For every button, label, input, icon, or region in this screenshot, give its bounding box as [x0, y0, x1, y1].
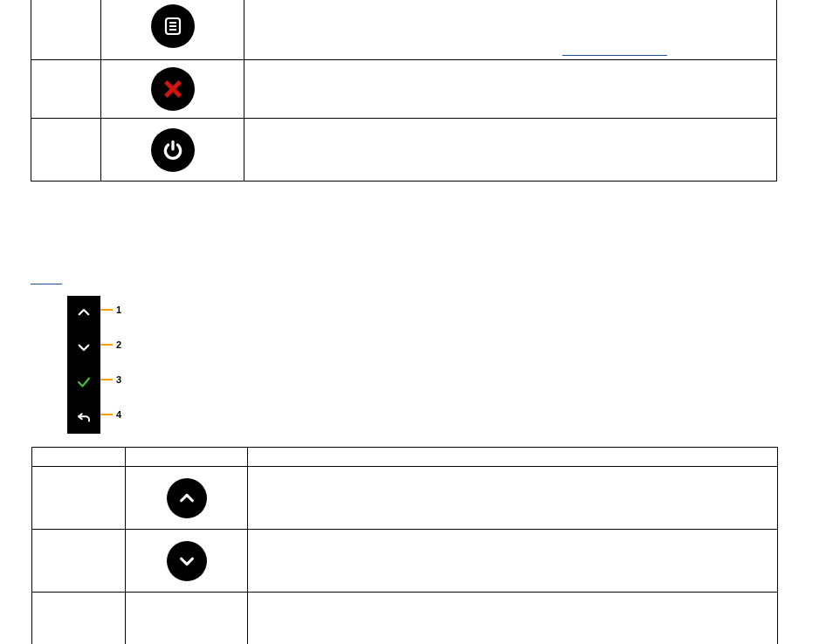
row-desc	[244, 119, 777, 182]
menu-icon	[151, 4, 195, 48]
remote-down-button[interactable]	[74, 338, 93, 357]
up-icon	[167, 478, 207, 518]
table-row	[31, 60, 777, 119]
row-label	[32, 530, 126, 593]
row-desc	[244, 0, 777, 60]
table-row	[32, 593, 778, 645]
col-header-1	[32, 448, 126, 467]
table-row	[31, 119, 777, 182]
remote-ok-button[interactable]	[74, 373, 93, 392]
table-row	[32, 530, 778, 593]
table-row	[31, 0, 777, 60]
row-label	[31, 60, 101, 119]
row-desc	[248, 530, 778, 593]
remote-up-button[interactable]	[74, 303, 93, 322]
icon-cell	[126, 530, 248, 593]
icon-cell	[101, 119, 244, 182]
callout-2: 2	[100, 339, 121, 350]
inline-link[interactable]	[562, 55, 667, 56]
callout-3: 3	[100, 374, 121, 385]
callout-1: 1	[100, 305, 121, 315]
down-icon	[167, 541, 207, 581]
buttons-table-1	[31, 0, 777, 182]
row-label	[31, 119, 101, 182]
col-header-3	[248, 448, 778, 467]
row-desc	[248, 467, 778, 530]
icon-cell	[126, 467, 248, 530]
col-header-2	[126, 448, 248, 467]
table-row	[32, 467, 778, 530]
section-heading-link[interactable]	[31, 284, 62, 284]
table-header-row	[32, 448, 778, 467]
remote-strip	[67, 296, 100, 434]
remote-back-button[interactable]	[74, 408, 93, 427]
icon-cell	[101, 60, 244, 119]
exit-icon	[151, 67, 195, 111]
row-label	[32, 467, 126, 530]
callout-4: 4	[100, 409, 121, 420]
buttons-table-2	[31, 447, 778, 644]
icon-cell	[101, 0, 244, 60]
power-icon	[151, 128, 195, 172]
row-label	[31, 0, 101, 60]
row-desc	[244, 60, 777, 119]
